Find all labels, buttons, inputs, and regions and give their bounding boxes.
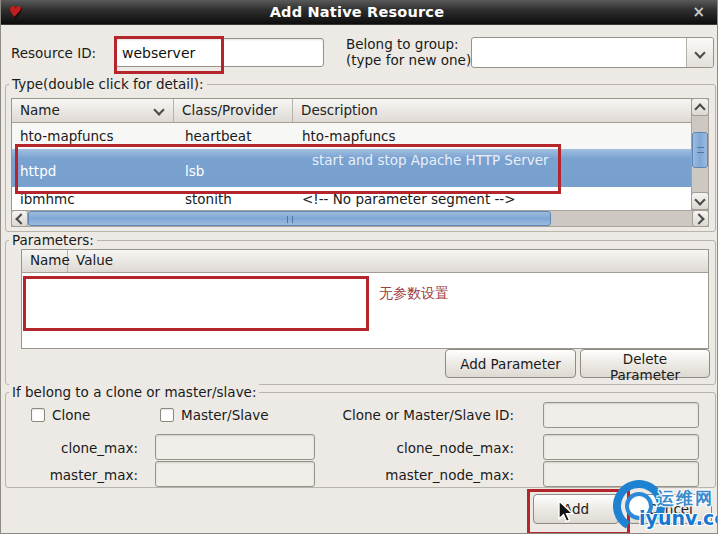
group-combobox[interactable] [471,37,714,68]
clone-node-max-label: clone_node_max: [364,440,514,456]
titlebar: ♥ Add Native Resource × [1,0,717,25]
column-header-class-provider[interactable]: Class/Provider [174,99,293,122]
cell-description: hto-mapfuncs [293,128,691,144]
resource-type-table-header: Name Class/Provider Description [12,99,691,123]
param-column-header-value[interactable]: Value [68,250,708,272]
cell-class-provider: lsb [174,157,293,179]
type-section-title: Type(double click for detail): [9,76,207,92]
delete-parameter-button[interactable]: Delete Parameter [580,349,710,378]
chevron-up-icon [694,103,705,114]
group-combobox-entry[interactable] [472,38,686,67]
no-parameters-note: 无参数设置 [379,285,449,303]
resource-type-table: Name Class/Provider Description hto-mapf… [11,98,691,210]
clone-checkbox[interactable] [31,408,45,422]
clone-max-label: clone_max: [18,440,138,456]
chevron-right-icon [693,213,704,224]
cell-description: <!-- No parameter segment --> [293,191,691,207]
clone-max-input[interactable] [155,434,315,460]
scroll-right-button[interactable] [692,210,709,227]
parameters-table: Name Value [21,249,709,349]
master-slave-checkbox-label[interactable]: Master/Slave [181,407,269,423]
scroll-down-button[interactable] [691,192,709,210]
master-max-label: master_max: [18,467,138,483]
cell-name: hto-mapfuncs [12,128,174,144]
belong-label-line2: (type for new one) [346,52,471,68]
column-header-name[interactable]: Name [12,99,174,122]
master-node-max-label: master_node_max: [354,467,514,483]
column-header-name-label: Name [20,102,60,118]
scroll-left-button[interactable] [11,210,28,227]
cell-class-provider: heartbeat [174,128,293,144]
column-header-description[interactable]: Description [293,99,691,122]
sort-chevron-down-icon [153,104,164,115]
window-title: Add Native Resource [21,4,692,20]
chevron-left-icon [15,213,26,224]
add-parameter-button[interactable]: Add Parameter [445,349,576,378]
clone-section-title: If belong to a clone or master/slave: [9,384,259,400]
resource-id-label: Resource ID: [11,45,96,61]
add-native-resource-dialog: ♥ Add Native Resource × Resource ID: Bel… [0,0,718,534]
scroll-up-button[interactable] [691,98,709,116]
clone-master-id-label: Clone or Master/Slave ID: [324,407,514,423]
belong-to-group-label: Belong to group: (type for new one) [346,36,471,68]
cell-name: httpd [12,157,174,179]
table-row-ibmhmc[interactable]: ibmhmc stonith <!-- No parameter segment… [12,187,691,211]
belong-label-line1: Belong to group: [346,36,459,52]
resource-id-input[interactable] [115,38,324,67]
master-max-input[interactable] [155,461,315,487]
master-node-max-input[interactable] [543,461,699,487]
cell-class-provider: stonith [174,191,293,207]
chevron-down-icon [694,194,705,205]
thumb-grip [697,147,704,153]
master-slave-checkbox[interactable] [160,408,174,422]
group-combobox-dropdown-button[interactable] [686,38,713,67]
horizontal-scrollbar-thumb[interactable] [28,211,551,226]
param-column-header-name[interactable]: Name [22,250,68,272]
cell-name: ibmhmc [12,191,174,207]
heartbeat-app-icon: ♥ [7,5,23,20]
vertical-scrollbar-thumb[interactable] [692,132,708,168]
table-row-httpd-selected[interactable]: httpd lsb start and stop Apache HTTP Ser… [12,149,691,187]
parameters-section-title: Parameters: [9,232,97,248]
clone-checkbox-label[interactable]: Clone [52,407,90,423]
clone-node-max-input[interactable] [543,434,699,460]
parameters-table-header: Name Value [22,250,708,273]
clone-master-id-input[interactable] [543,402,699,428]
add-button[interactable]: Add [533,494,619,524]
thumb-grip [287,216,293,223]
cancel-button[interactable]: Cancel [628,494,712,524]
chevron-down-icon [694,47,705,58]
close-icon[interactable]: × [692,5,705,20]
table-row-hto-mapfuncs[interactable]: hto-mapfuncs heartbeat hto-mapfuncs [12,123,691,149]
cell-description: start and stop Apache HTTP Server [303,152,549,168]
